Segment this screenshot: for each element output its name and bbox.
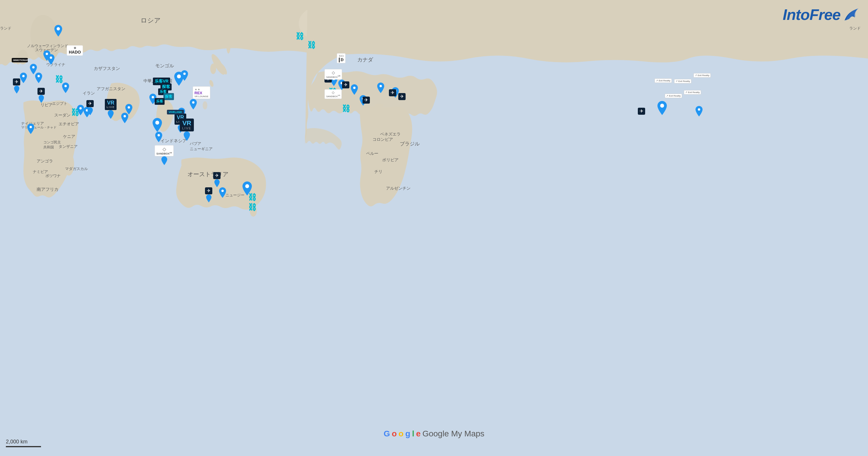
svg-point-34 — [158, 134, 160, 136]
pin-europe-2[interactable] — [48, 54, 55, 65]
pin-sea-3[interactable] — [155, 132, 162, 142]
svg-point-31 — [192, 101, 194, 104]
chain-nz-1[interactable]: ⛓ — [248, 193, 256, 202]
pin-japan-1[interactable] — [190, 99, 197, 109]
chain-nz-2[interactable]: ⛓ — [248, 202, 256, 212]
chain-north-1[interactable]: ⛓ — [296, 32, 304, 41]
svg-point-27 — [124, 115, 126, 117]
pin-africa-1[interactable] — [27, 124, 34, 134]
sandbox-usa[interactable]: ◇ SANDBOXVR — [324, 69, 342, 79]
svg-point-18 — [50, 57, 52, 59]
svg-point-36 — [221, 190, 224, 192]
pin-usa-5[interactable] — [377, 83, 384, 93]
airplane-aus-1[interactable]: ✈ — [213, 172, 220, 187]
svg-point-12 — [226, 37, 230, 54]
cnvr-4[interactable]: 探客 — [163, 93, 174, 100]
hado-badge: ⬟ HADO — [67, 45, 83, 56]
pin-china-2[interactable] — [181, 70, 188, 81]
svg-point-43 — [660, 104, 664, 107]
airplane-us-2[interactable]: ✈ — [342, 82, 349, 88]
vrlive-europe[interactable]: VR LIVE — [105, 99, 117, 119]
chain-europe[interactable]: ⛓ — [55, 75, 63, 84]
chain-north-2[interactable]: ⛓ — [308, 40, 316, 50]
pin-europe-4[interactable] — [20, 73, 27, 83]
cnvr-5[interactable]: 乐客 — [155, 98, 164, 105]
svg-point-5 — [64, 152, 74, 175]
google-attribution: Google Google My Maps — [384, 429, 484, 438]
yod-marker[interactable]: YO D — [337, 53, 346, 63]
svg-rect-0 — [0, 0, 868, 456]
svg-point-30 — [152, 96, 154, 98]
svg-point-23 — [80, 107, 82, 109]
svg-point-29 — [183, 73, 186, 75]
svg-point-22 — [64, 85, 67, 87]
exit-reality-4[interactable]: ↗ Exit Reality — [665, 94, 682, 98]
svg-point-13 — [203, 101, 207, 109]
vrlive-center[interactable]: VR LIVE — [180, 119, 194, 141]
airplane-us-5[interactable]: ✈ — [398, 93, 406, 100]
svg-point-35 — [245, 184, 249, 188]
svg-point-26 — [128, 106, 130, 108]
exit-reality-3[interactable]: ↗ Exit Reality — [693, 73, 711, 77]
brand-wing-icon — [842, 6, 859, 24]
svg-point-44 — [698, 108, 700, 111]
rex-badge: ▲▲ REX VR LOUNGE — [193, 86, 210, 99]
brand-name: IntoFree — [783, 6, 840, 24]
airplane-eu-1[interactable]: ✈ — [13, 78, 20, 94]
pin-scandinavia-1[interactable] — [54, 25, 62, 37]
sandbox-asia[interactable]: ◇ SANDBOXVR — [155, 145, 174, 165]
pin-nz[interactable] — [219, 187, 226, 198]
pin-sea-1[interactable] — [153, 118, 162, 132]
scale-bar: 2,000 km — [6, 439, 41, 447]
svg-point-25 — [30, 126, 32, 128]
airplane-aus-2[interactable]: ✈ — [205, 187, 212, 202]
svg-point-39 — [353, 87, 355, 89]
exit-reality-1[interactable]: ↗ Exit Reality — [654, 78, 672, 83]
exit-reality-5[interactable]: ↗ Exit Reality — [684, 90, 701, 95]
svg-point-19 — [32, 66, 35, 68]
map-background — [0, 0, 868, 456]
pin-europe-5[interactable] — [35, 73, 42, 83]
scale-line — [6, 446, 41, 447]
brand-logo[interactable]: IntoFree — [783, 6, 859, 24]
rex-marker[interactable]: ▲▲ REX VR LOUNGE — [193, 86, 210, 99]
svg-point-11 — [210, 64, 216, 74]
svg-point-20 — [22, 75, 25, 77]
hado-marker[interactable]: ⬟ HADO — [67, 45, 83, 56]
airplane-eu-2[interactable]: ✈ — [37, 88, 45, 103]
svg-point-16 — [57, 27, 60, 30]
svg-point-41 — [379, 85, 382, 87]
svg-point-32 — [155, 121, 159, 124]
map-container: ロシア カザフスタン モンゴル アフガニスタン イラン 中華人民共和国 エチオピ… — [0, 0, 868, 456]
sandbox-north[interactable]: ◇ SANDBOXVR — [324, 89, 342, 99]
svg-point-21 — [37, 75, 40, 77]
immotionar-marker[interactable]: IMMOTIONAR — [12, 58, 28, 62]
chain-usa-2[interactable]: ⛓ — [342, 104, 350, 113]
airplane-us-4[interactable]: ✈ — [389, 89, 396, 96]
airplane-us-3[interactable]: ✈ — [363, 97, 370, 104]
chain-middleeast[interactable]: ⛓ — [71, 108, 80, 117]
viveland-marker[interactable]: VIVELAND — [167, 110, 184, 115]
pin-usa-8[interactable] — [695, 106, 703, 117]
pin-usa-7[interactable] — [657, 101, 667, 115]
airplane-us-6[interactable]: ✈ — [638, 108, 645, 115]
scale-label: 2,000 km — [6, 439, 28, 445]
vrlive-badge-europe: VR LIVE — [105, 99, 117, 110]
exit-reality-2[interactable]: ↗ Exit Reality — [674, 79, 691, 84]
svg-point-28 — [177, 74, 181, 78]
airplane-eu-3[interactable]: ✈ — [86, 100, 94, 115]
pin-usa-3[interactable] — [351, 84, 358, 95]
pin-india-2[interactable] — [121, 113, 128, 123]
